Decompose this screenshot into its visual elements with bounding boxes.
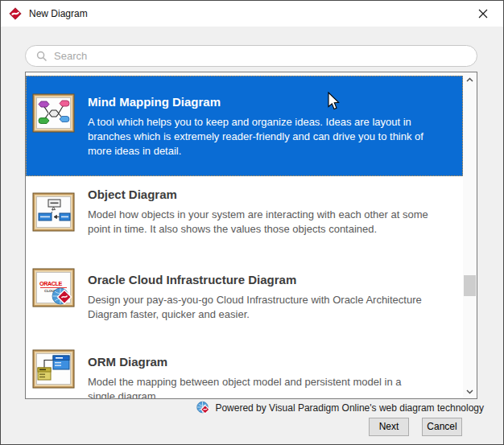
- close-button[interactable]: [466, 1, 500, 27]
- chevron-down-icon: [466, 389, 473, 394]
- orm-diagram-icon: [32, 349, 76, 389]
- item-description: Model the mapping between object model a…: [88, 375, 453, 399]
- item-title: Object Diagram: [88, 187, 453, 201]
- vertical-scrollbar[interactable]: [463, 72, 477, 398]
- item-title: Oracle Cloud Infrastructure Diagram: [88, 273, 453, 286]
- powered-by-text: Powered by Visual Paradigm Online's web …: [215, 402, 484, 414]
- close-icon: [478, 9, 488, 19]
- powered-by-footer: Powered by Visual Paradigm Online's web …: [196, 401, 484, 414]
- object-diagram-icon: [32, 192, 76, 233]
- mind-mapping-diagram-icon: [32, 93, 76, 134]
- visual-paradigm-logo-icon: [9, 7, 22, 20]
- oracle-cloud-infrastructure-diagram-icon: ORACLE CLOUD: [32, 268, 76, 308]
- item-description: Design your pay-as-you-go Cloud Infrastr…: [88, 293, 453, 322]
- scrollbar-thumb[interactable]: [464, 275, 476, 296]
- search-box[interactable]: [25, 45, 477, 67]
- title-bar: New Diagram: [1, 1, 503, 27]
- list-item-object-diagram[interactable]: Object Diagram Model how objects in your…: [26, 176, 463, 257]
- diagram-type-list: Mind Mapping Diagram A tool which helps …: [25, 72, 477, 399]
- search-input[interactable]: [54, 50, 465, 62]
- mouse-cursor: [328, 92, 341, 111]
- list-item-orm-diagram[interactable]: ORM Diagram Model the mapping between ob…: [26, 343, 463, 399]
- cancel-button[interactable]: Cancel: [422, 418, 462, 436]
- item-description: Model how objects in your system are int…: [88, 208, 453, 237]
- scrollbar-up-button[interactable]: [463, 72, 477, 86]
- list-item-mind-mapping-diagram[interactable]: Mind Mapping Diagram A tool which helps …: [26, 76, 463, 176]
- search-icon: [36, 51, 48, 62]
- vp-online-globe-icon: [196, 401, 210, 414]
- svg-text:ORACLE: ORACLE: [39, 280, 63, 287]
- item-title: ORM Diagram: [88, 355, 453, 369]
- item-title: Mind Mapping Diagram: [88, 95, 453, 109]
- list-item-oracle-cloud-infrastructure-diagram[interactable]: ORACLE CLOUD Oracle Cloud Infrastructure…: [26, 257, 463, 343]
- chevron-up-icon: [466, 77, 473, 82]
- scrollbar-down-button[interactable]: [463, 385, 477, 398]
- new-diagram-dialog: New Diagram: [0, 0, 504, 445]
- window-title: New Diagram: [29, 8, 88, 19]
- item-description: A tool which helps you to keep and organ…: [88, 115, 453, 159]
- next-button[interactable]: Next: [369, 418, 409, 436]
